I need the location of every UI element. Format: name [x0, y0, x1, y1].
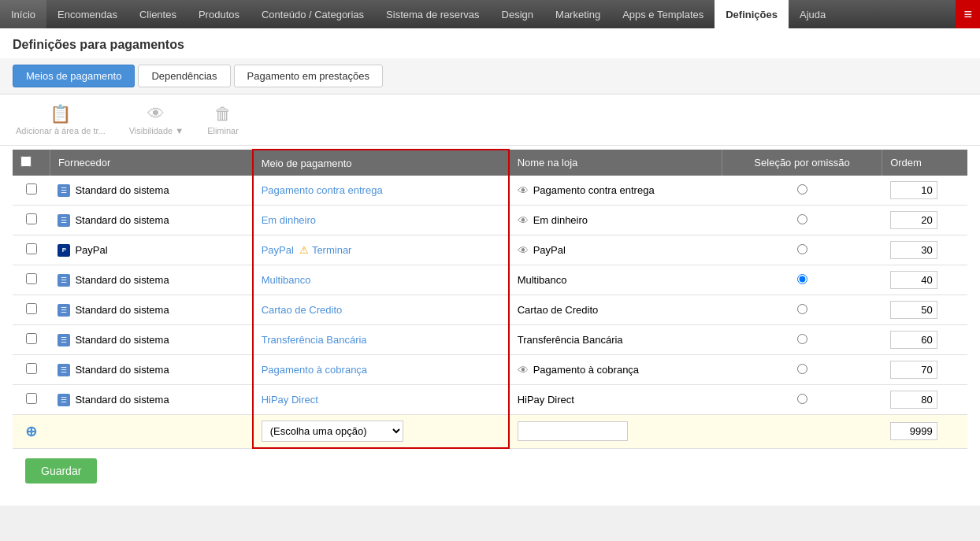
nome-cell: Cartao de Credito [509, 295, 722, 325]
meio-link[interactable]: Pagamento à cobrança [262, 364, 367, 376]
row-checkbox[interactable] [26, 363, 37, 374]
selecao-radio[interactable] [797, 364, 807, 374]
row-checkbox[interactable] [26, 393, 37, 404]
add-row-icon[interactable]: ⊕ [25, 424, 37, 439]
selecao-radio[interactable] [797, 184, 807, 195]
table-row: ☰Standard do sistemaTransferência Bancár… [13, 325, 967, 355]
nav-marketing[interactable]: Marketing [544, 0, 611, 28]
ordem-input[interactable] [890, 361, 937, 379]
ordem-input[interactable] [890, 181, 937, 199]
table-container: Fornecedor Meio de pagamento Nome na loj… [0, 149, 980, 506]
row-checkbox[interactable] [26, 183, 37, 195]
toolbar-eliminar-label: Eliminar [207, 126, 239, 135]
selecao-radio[interactable] [797, 394, 807, 404]
tab-pagamento-prestacoes[interactable]: Pagamento em prestações [234, 65, 383, 87]
new-row-meio-cell: (Escolha uma opção) [253, 415, 509, 449]
provider-cell: PPayPal [50, 235, 252, 265]
provider-icon: ☰ [58, 364, 70, 376]
tab-dependencias[interactable]: Dependências [138, 65, 230, 87]
visibility-icon[interactable]: 👁 [518, 214, 529, 227]
nav-conteudo[interactable]: Conteúdo / Categorias [251, 0, 375, 28]
nome-label: HiPay Direct [518, 394, 574, 406]
new-row-nome-input[interactable] [518, 421, 628, 441]
th-selecao: Seleção por omissão [722, 150, 882, 176]
meio-link[interactable]: Cartao de Credito [262, 304, 343, 316]
meio-link[interactable]: PayPal [262, 244, 294, 256]
toolbar-adicionar-label: Adicionar à área de tr... [16, 126, 106, 135]
ordem-input[interactable] [890, 211, 937, 229]
meio-link[interactable]: Transferência Bancária [262, 334, 367, 346]
tab-meios-pagamento[interactable]: Meios de pagamento [13, 65, 135, 87]
row-checkbox-cell [13, 176, 50, 206]
meio-cell: Pagamento à cobrança [253, 355, 509, 385]
meio-link[interactable]: Em dinheiro [262, 214, 316, 226]
nav-apps[interactable]: Apps e Templates [611, 0, 715, 28]
provider-label: Standard do sistema [75, 214, 169, 226]
ordem-cell [882, 385, 967, 415]
new-row-selecao-cell [722, 415, 882, 449]
meio-cell: HiPay Direct [253, 385, 509, 415]
ordem-input[interactable] [890, 391, 937, 409]
nome-cell: 👁PayPal [509, 235, 722, 265]
toolbar-eliminar[interactable]: 🗑 Eliminar [207, 104, 239, 135]
nav-encomendas[interactable]: Encomendas [46, 0, 128, 28]
th-nome: Nome na loja [509, 150, 722, 176]
table-row: ☰Standard do sistemaMultibancoMultibanco [13, 265, 967, 295]
save-button[interactable]: Guardar [25, 458, 97, 484]
meio-link[interactable]: Pagamento contra entrega [262, 184, 383, 196]
toolbar-adicionar[interactable]: 📋 Adicionar à área de tr... [16, 104, 106, 135]
selecao-radio[interactable] [797, 244, 807, 254]
new-row-nome-cell [509, 415, 722, 449]
nav-design[interactable]: Design [491, 0, 544, 28]
nav-produtos[interactable]: Produtos [187, 0, 251, 28]
eye-toolbar-icon: 👁 [147, 104, 165, 124]
row-checkbox[interactable] [26, 243, 37, 254]
row-checkbox[interactable] [26, 303, 37, 314]
nav-inicio[interactable]: Início [0, 0, 46, 28]
selecao-radio[interactable] [797, 304, 807, 314]
ordem-input[interactable] [890, 241, 937, 259]
new-row-ordem-cell [882, 415, 967, 449]
selecao-radio[interactable] [797, 214, 807, 224]
meio-link[interactable]: Multibanco [262, 274, 311, 286]
provider-label: Standard do sistema [75, 394, 169, 406]
selecao-radio[interactable] [797, 274, 807, 284]
provider-cell: ☰Standard do sistema [50, 206, 252, 235]
nome-label: Transferência Bancária [518, 334, 623, 346]
nav-ajuda[interactable]: Ajuda [789, 0, 837, 28]
ordem-input[interactable] [890, 301, 937, 319]
ordem-input[interactable] [890, 331, 937, 349]
nav-definicoes[interactable]: Definições [715, 0, 789, 28]
provider-cell: ☰Standard do sistema [50, 295, 252, 325]
page-content: Definições para pagamentos Meios de paga… [0, 28, 980, 506]
ordem-input[interactable] [890, 271, 937, 289]
selecao-cell [722, 295, 882, 325]
corner-menu-button[interactable]: ≡ [956, 0, 980, 28]
new-row-meio-select[interactable]: (Escolha uma opção) [262, 421, 403, 442]
visibility-icon[interactable]: 👁 [518, 364, 529, 376]
row-checkbox-cell [13, 295, 50, 325]
top-nav: Início Encomendas Clientes Produtos Cont… [0, 0, 980, 28]
row-checkbox[interactable] [26, 213, 37, 224]
nav-clientes[interactable]: Clientes [128, 0, 187, 28]
row-checkbox[interactable] [26, 333, 37, 344]
selecao-radio[interactable] [797, 334, 807, 344]
row-checkbox-cell [13, 325, 50, 355]
new-row-ordem-input[interactable] [890, 422, 937, 440]
toolbar-visibilidade[interactable]: 👁 Visibilidade ▼ [129, 104, 184, 135]
tab-bar: Meios de pagamento Dependências Pagament… [0, 58, 980, 94]
ordem-cell [882, 355, 967, 385]
selecao-cell [722, 265, 882, 295]
select-all-checkbox[interactable] [20, 156, 32, 167]
terminar-link[interactable]: Terminar [312, 244, 352, 256]
provider-label: PayPal [75, 244, 107, 256]
row-checkbox[interactable] [26, 273, 37, 284]
visibility-icon[interactable]: 👁 [518, 244, 529, 257]
table-row: ☰Standard do sistemaPagamento à cobrança… [13, 355, 967, 385]
selecao-cell [722, 235, 882, 265]
meio-link[interactable]: HiPay Direct [262, 394, 318, 406]
provider-cell: ☰Standard do sistema [50, 325, 252, 355]
nav-sistema[interactable]: Sistema de reservas [375, 0, 491, 28]
trash-icon: 🗑 [214, 104, 232, 124]
visibility-icon[interactable]: 👁 [518, 184, 529, 197]
